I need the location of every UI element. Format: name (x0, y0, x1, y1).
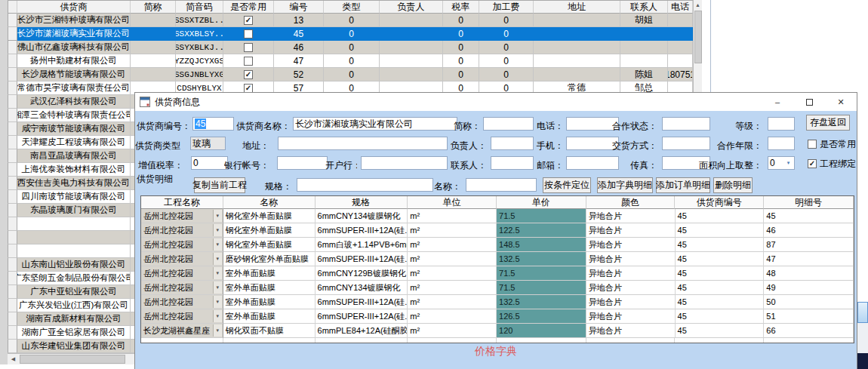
grid-cell[interactable]: 45 (676, 295, 765, 309)
column-header-tax[interactable]: 税率 (443, 1, 479, 14)
dialog-titlebar[interactable]: 供货商信息 – ✕ (135, 93, 857, 111)
column-header-phone[interactable]: 电话 (668, 1, 693, 14)
grid-cell[interactable]: 46 (764, 223, 854, 238)
sfcy-checkbox[interactable] (808, 140, 817, 149)
grid-row[interactable]: 岳州北控花园▾钢化室外单面贴膜6mm白玻+1.14PVB+6mm...m²148… (141, 238, 854, 252)
close-icon[interactable]: ✕ (825, 93, 857, 111)
add-dictionary-detail-button[interactable]: 添加字典明细 (597, 177, 653, 193)
column-header-fee[interactable]: 加工费 (479, 1, 534, 14)
chevron-down-icon[interactable]: ▾ (213, 267, 222, 279)
grid-cell[interactable]: 71.5 (497, 209, 586, 223)
grid-cell[interactable]: 45 (676, 238, 765, 252)
column-header-name[interactable]: 供货商 (17, 1, 131, 14)
grid-column-header-0[interactable]: 工程名称 (141, 196, 223, 209)
grid-column-header-4[interactable]: 单价 (497, 196, 586, 209)
chevron-down-icon[interactable]: ▾ (213, 296, 222, 308)
zzsl-field[interactable]: 0 (191, 156, 228, 170)
grid-cell[interactable]: 87 (764, 238, 854, 252)
grid-cell[interactable]: 45 (676, 266, 765, 281)
name-filter-input[interactable] (466, 178, 537, 192)
grid-column-header-7[interactable]: 明细号 (764, 196, 854, 209)
grid-cell[interactable]: 148.5 (497, 238, 586, 252)
grid-cell[interactable]: 6mmPLE84+12A(硅酮胶... (315, 324, 408, 338)
grid-row[interactable]: 岳州北控花园▾钢化室外单面贴膜6mmSUPER-III+12A(硅...m²12… (141, 223, 854, 238)
grid-cell[interactable]: 45 (676, 223, 765, 238)
grid-cell[interactable]: 异地合片 (586, 281, 676, 295)
project-combo-cell[interactable]: 岳州北控花园▾ (141, 266, 223, 281)
gyslx-field[interactable]: 玻璃 (190, 137, 226, 150)
grid-cell[interactable]: 71.5 (497, 281, 586, 295)
grid-cell[interactable]: 50 (764, 295, 854, 309)
project-combo-cell[interactable]: 岳州北控花园▾ (141, 309, 223, 324)
grid-cell[interactable]: 6mmCNY129B镀膜钢化 (315, 266, 408, 281)
grid-cell[interactable]: 室外单面贴膜 (223, 309, 315, 324)
grid-column-header-5[interactable]: 颜色 (586, 196, 676, 209)
hzzt-field[interactable] (662, 117, 710, 131)
grid-cell[interactable]: m² (408, 309, 497, 324)
common-checkbox[interactable]: ✓ (244, 16, 253, 25)
locate-by-condition-button[interactable]: 按条件定位 (543, 177, 591, 193)
grid-row[interactable]: 岳州北控花园▾室外单面贴膜6mmCNY129B镀膜钢化m²71.5异地合片454… (141, 266, 854, 281)
grid-cell[interactable]: 122.5 (497, 223, 586, 238)
grid-row[interactable]: 岳州北控花园▾磨砂钢化室外单面贴膜6mmSUPER-III+12A(硅...m²… (141, 252, 854, 266)
grid-cell[interactable]: 71.5 (497, 266, 586, 281)
grid-cell[interactable]: 51 (764, 309, 854, 324)
hznx-field[interactable] (768, 137, 795, 150)
grid-column-header-2[interactable]: 规格 (315, 196, 408, 209)
grid-cell[interactable]: 6mm白玻+1.14PVB+6mm... (315, 238, 408, 252)
grid-cell[interactable]: 6mmSUPER-III+12A(硅... (315, 295, 408, 309)
grid-cell[interactable]: 45 (676, 209, 765, 223)
column-header-id[interactable]: 编号 (274, 1, 324, 14)
chevron-down-icon[interactable]: ▾ (213, 324, 222, 337)
grid-cell[interactable]: 室外单面贴膜 (223, 281, 315, 295)
grid-cell[interactable]: 钢化双面不贴膜 (223, 324, 315, 338)
table-row[interactable]: 长沙市潇湘玻璃实业有限公司CSSXXBLSY...45000 (8, 27, 693, 41)
dz-field[interactable] (278, 137, 448, 150)
chevron-down-icon[interactable]: ▾ (213, 210, 222, 222)
common-checkbox[interactable] (244, 43, 253, 52)
grid-row[interactable]: 岳州北控花园▾室外单面贴膜6mmSUPER-III+12A(硅...m²126.… (141, 309, 854, 324)
column-header-addr[interactable]: 地址 (534, 1, 620, 14)
grid-cell[interactable]: 6mmSUPER-III+12A(硅... (315, 309, 408, 324)
gcbd-checkbox[interactable]: ✓ (808, 159, 817, 168)
spec-filter-input[interactable] (297, 178, 433, 192)
grid-cell[interactable]: 室外单面贴膜 (223, 295, 315, 309)
gcbd-checkbox-group[interactable]: ✓工程绑定 (808, 158, 856, 170)
grid-cell[interactable]: 45 (676, 309, 765, 324)
scroll-left-icon[interactable]: ◀ (8, 354, 19, 364)
project-combo-cell[interactable]: 岳州北控花园▾ (141, 295, 223, 309)
jhfs-field[interactable] (662, 137, 710, 150)
chevron-down-icon[interactable]: ▾ (213, 253, 222, 265)
grid-cell[interactable]: 钢化室外单面贴膜 (223, 238, 315, 252)
grid-column-header-6[interactable]: 供货商编号 (675, 196, 764, 209)
grid-row[interactable]: 岳州北控花园▾室外单面贴膜6mmSUPER-III+12A(硅...m²132.… (141, 295, 854, 309)
grid-cell[interactable]: 45 (676, 281, 765, 295)
grid-cell[interactable]: 室外单面贴膜 (223, 266, 315, 281)
table-row[interactable]: 佛山市亿鑫玻璃科技有限公司FSSYXBLKJ...46000 (8, 41, 693, 54)
copy-current-project-button[interactable]: 复制当前工程 (194, 177, 245, 193)
column-header-type[interactable]: 类型 (324, 1, 380, 14)
grid-cell[interactable]: m² (408, 295, 497, 309)
chevron-down-icon[interactable]: ▾ (213, 310, 222, 322)
grid-cell[interactable]: m² (408, 223, 497, 238)
grid-cell[interactable]: 6mmSUPER-III+12A(硅... (315, 252, 408, 266)
project-combo-cell[interactable]: 岳州北控花园▾ (141, 238, 223, 252)
grid-column-header-3[interactable]: 单位 (408, 196, 497, 209)
grid-cell[interactable]: 钢化室外单面贴膜 (223, 223, 315, 238)
grid-cell[interactable]: 126.5 (497, 309, 586, 324)
chevron-down-icon[interactable]: ▾ (213, 238, 222, 251)
table-row[interactable]: 长沙晟格节能玻璃有限公司CSSGJNBLYXGS✓52000陈姐180751 (8, 68, 693, 81)
grid-cell[interactable]: m² (408, 209, 497, 223)
grid-cell[interactable]: 47 (764, 252, 854, 266)
grid-cell[interactable]: 132.5 (497, 295, 586, 309)
grid-cell[interactable]: 66 (764, 324, 854, 338)
grid-cell[interactable]: 120 (497, 324, 586, 338)
yhzh-field[interactable] (277, 156, 328, 170)
grid-cell[interactable]: 异地合片 (586, 223, 676, 238)
grid-cell[interactable]: 磨砂钢化室外单面贴膜 (223, 252, 315, 266)
table-row[interactable]: 扬州中勤建材有限公司YZZQJCYXGS47000 (8, 54, 693, 68)
grid-cell[interactable]: m² (408, 238, 497, 252)
project-combo-cell[interactable]: 岳州北控花园▾ (141, 223, 223, 238)
column-header-manager[interactable]: 负责人 (380, 1, 443, 14)
column-header-contact[interactable]: 联系人 (620, 1, 668, 14)
